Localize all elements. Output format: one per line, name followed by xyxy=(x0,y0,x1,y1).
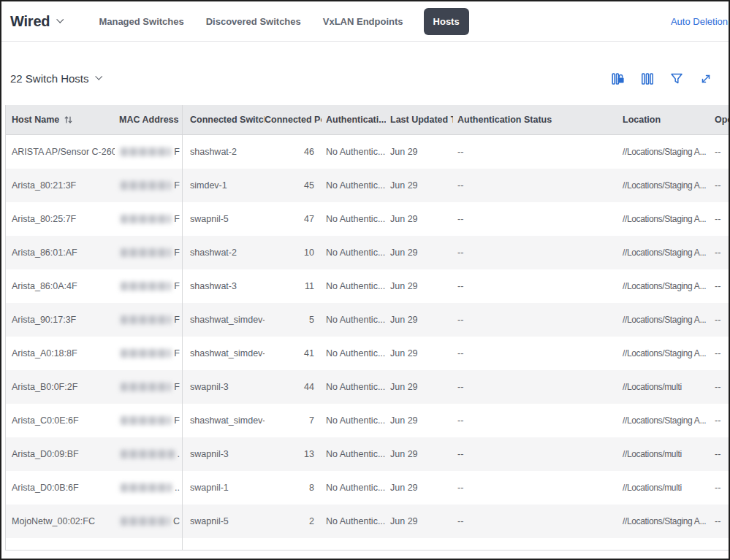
connected-port-cell: 13 xyxy=(265,449,322,459)
table-row[interactable]: Arista_80:21:3F F simdev-1 45 No Authent… xyxy=(6,169,730,202)
connected-switch-cell: shashwat-2 xyxy=(183,248,265,258)
table-row[interactable]: Arista_86:0A:4F F shashwat-3 11 No Authe… xyxy=(6,269,730,303)
host-name-cell: Arista_D0:09:BF xyxy=(6,449,115,459)
tab-managed-switches[interactable]: Managed Switches xyxy=(97,8,185,35)
location-cell: //Locations/Staging A... xyxy=(611,248,709,258)
host-name-cell: MojoNetw_00:02:FC xyxy=(6,516,115,526)
last-updated-cell: Jun 29 xyxy=(386,180,453,191)
table-row[interactable]: Arista_C0:0E:6F F shashwat_simdev-2 7 No… xyxy=(6,404,730,437)
freeze-columns-icon[interactable] xyxy=(612,72,625,85)
redacted-mac-blur xyxy=(121,517,170,526)
tab-vxlan-endpoints[interactable]: VxLAN Endpoints xyxy=(322,8,405,35)
redacted-mac-blur xyxy=(121,450,175,459)
mac-address-cell: F xyxy=(115,236,183,269)
connected-port-cell: 47 xyxy=(265,214,322,224)
auth-status-cell: -- xyxy=(453,147,611,157)
filter-icon[interactable] xyxy=(670,72,683,85)
mac-suffix: F xyxy=(174,415,180,426)
table-row[interactable]: Arista_A0:18:8F F shashwat_simdev-2 41 N… xyxy=(6,337,730,370)
last-updated-cell: Jun 29 xyxy=(386,214,453,224)
connected-port-cell: 41 xyxy=(265,348,322,358)
connected-switch-cell: shashwat_simdev-3 xyxy=(183,315,265,325)
connected-port-cell: 10 xyxy=(265,248,322,258)
mac-suffix: . xyxy=(178,449,180,459)
table-row[interactable]: Arista_D0:0B:6F .. swapnil-1 8 No Authen… xyxy=(6,471,730,505)
host-count-dropdown[interactable]: 22 Switch Hosts xyxy=(10,72,101,85)
mac-address-cell: F xyxy=(115,135,183,169)
page-title: Wired xyxy=(10,13,50,30)
host-name-cell: ARISTA AP/Sensor C-260 xyxy=(6,147,115,157)
connected-switch-cell: swapnil-3 xyxy=(183,382,265,392)
oper-cell: -- xyxy=(709,147,730,157)
host-count-label: 22 Switch Hosts xyxy=(10,72,89,85)
table-header: Host Name MAC Address Connected Switch N… xyxy=(6,105,730,135)
table-body: ARISTA AP/Sensor C-260 F shashwat-2 46 N… xyxy=(6,135,730,538)
mac-suffix: F xyxy=(174,248,180,258)
tab-hosts[interactable]: Hosts xyxy=(424,8,469,35)
column-header-auth-status[interactable]: Authentication Status xyxy=(453,115,611,125)
redacted-mac-blur xyxy=(121,147,171,156)
tab-bar: Managed Switches Discovered Switches VxL… xyxy=(97,8,468,35)
table-row[interactable]: ARISTA AP/Sensor C-260 F shashwat-2 46 N… xyxy=(6,135,730,169)
oper-cell: -- xyxy=(709,415,730,426)
location-cell: //Locations/Staging A... xyxy=(611,214,709,224)
authentication-cell: No Authentic... xyxy=(322,281,386,291)
mac-suffix: F xyxy=(174,180,180,191)
mac-address-cell: F xyxy=(115,370,183,404)
wired-dropdown[interactable]: Wired xyxy=(10,13,62,30)
authentication-cell: No Authentic... xyxy=(322,483,386,493)
table-tool-icons xyxy=(612,72,718,85)
mac-address-cell: . xyxy=(115,437,183,471)
connected-port-cell: 8 xyxy=(265,483,322,493)
oper-cell: -- xyxy=(709,248,730,258)
host-name-cell: Arista_80:25:7F xyxy=(6,214,115,224)
column-header-connected-port[interactable]: Connected Port xyxy=(265,115,322,125)
oper-cell: -- xyxy=(709,180,730,191)
table-row[interactable]: Arista_80:25:7F F swapnil-5 47 No Authen… xyxy=(6,202,730,236)
table-row[interactable]: Arista_D0:09:BF . swapnil-3 13 No Authen… xyxy=(6,437,730,471)
last-updated-cell: Jun 29 xyxy=(386,415,453,426)
switch-hosts-table: Host Name MAC Address Connected Switch N… xyxy=(5,105,730,550)
authentication-cell: No Authentic... xyxy=(322,248,386,258)
oper-cell: -- xyxy=(709,382,730,392)
sort-icon[interactable] xyxy=(64,115,72,124)
oper-cell: -- xyxy=(709,281,730,291)
columns-icon[interactable] xyxy=(641,72,654,85)
mac-suffix: F xyxy=(174,382,180,392)
connected-switch-cell: shashwat_simdev-2 xyxy=(183,348,265,358)
location-cell: //Locations/Staging A... xyxy=(611,415,709,426)
redacted-mac-blur xyxy=(121,349,171,358)
connected-port-cell: 46 xyxy=(265,147,322,157)
column-header-oper[interactable]: Oper xyxy=(709,115,730,125)
column-header-mac-address[interactable]: MAC Address xyxy=(115,105,183,134)
column-header-authentication[interactable]: Authenticati... xyxy=(322,115,386,125)
column-header-connected-switch[interactable]: Connected Switch Na... xyxy=(183,115,265,125)
connected-switch-cell: swapnil-5 xyxy=(183,516,265,526)
oper-cell: -- xyxy=(709,214,730,224)
mac-address-cell: F xyxy=(115,269,183,303)
table-row[interactable]: Arista_90:17:3F F shashwat_simdev-3 5 No… xyxy=(6,303,730,337)
oper-cell: -- xyxy=(709,315,730,325)
location-cell: //Locations/Staging A... xyxy=(611,315,709,325)
auto-deletion-link[interactable]: Auto Deletion xyxy=(671,16,729,27)
oper-cell: -- xyxy=(709,348,730,358)
horizontal-scrollbar-track[interactable] xyxy=(5,550,729,559)
table-row[interactable]: Arista_B0:0F:2F F swapnil-3 44 No Authen… xyxy=(6,370,730,404)
last-updated-cell: Jun 29 xyxy=(386,382,453,392)
table-row[interactable]: MojoNetw_00:02:FC C swapnil-5 2 No Authe… xyxy=(6,505,730,538)
auth-status-cell: -- xyxy=(453,382,611,392)
last-updated-cell: Jun 29 xyxy=(386,248,453,258)
expand-icon[interactable] xyxy=(699,72,712,85)
location-cell: //Locations/multi xyxy=(611,483,709,493)
mac-suffix: .. xyxy=(175,483,180,493)
column-header-last-updated[interactable]: Last Updated Tim... xyxy=(386,115,453,125)
oper-cell: -- xyxy=(709,449,730,459)
mac-address-cell: F xyxy=(115,337,183,370)
connected-switch-cell: swapnil-5 xyxy=(183,214,265,224)
table-row[interactable]: Arista_86:01:AF F shashwat-2 10 No Authe… xyxy=(6,236,730,269)
column-header-host-name[interactable]: Host Name xyxy=(6,115,115,125)
auth-status-cell: -- xyxy=(453,449,611,459)
tab-discovered-switches[interactable]: Discovered Switches xyxy=(205,8,303,35)
mac-suffix: F xyxy=(174,281,180,291)
column-header-location[interactable]: Location xyxy=(611,115,709,125)
